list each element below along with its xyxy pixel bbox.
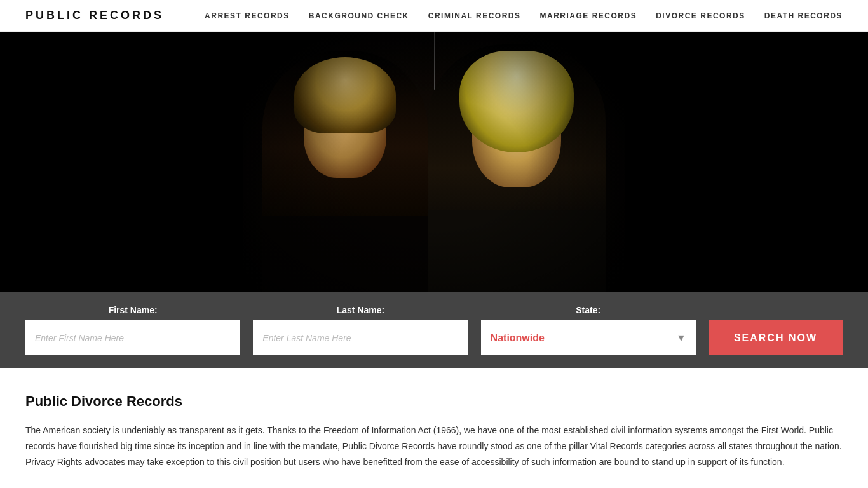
- last-name-field: Last Name:: [253, 305, 468, 355]
- state-field: State: NationwideAlabamaAlaskaArizonaArk…: [481, 305, 696, 355]
- site-header: PUBLIC RECORDS ARREST RECORDS BACKGROUND…: [0, 0, 868, 32]
- last-name-input[interactable]: [253, 320, 468, 355]
- section-title: Public Divorce Records: [25, 393, 843, 410]
- search-bar: First Name: Last Name: State: Nationwide…: [0, 292, 868, 368]
- content-section: Public Divorce Records The American soci…: [0, 368, 868, 488]
- first-name-input[interactable]: [25, 320, 240, 355]
- search-now-button[interactable]: SEARCH NOW: [709, 320, 843, 355]
- nav-background-check[interactable]: BACKGROUND CHECK: [309, 11, 409, 20]
- nav-arrest-records[interactable]: ARREST RECORDS: [205, 11, 290, 20]
- nav-marriage-records[interactable]: MARRIAGE RECORDS: [540, 11, 637, 20]
- state-select-wrapper: NationwideAlabamaAlaskaArizonaArkansasCa…: [481, 320, 696, 355]
- nav-criminal-records[interactable]: CRIMINAL RECORDS: [428, 11, 521, 20]
- first-name-field: First Name:: [25, 305, 240, 355]
- last-name-label: Last Name:: [253, 305, 468, 315]
- state-select[interactable]: NationwideAlabamaAlaskaArizonaArkansasCa…: [481, 320, 696, 355]
- state-label: State:: [481, 305, 696, 315]
- section-body: The American society is undeniably as tr…: [25, 423, 843, 471]
- hero-section: [0, 32, 868, 292]
- first-name-label: First Name:: [25, 305, 240, 315]
- nav-death-records[interactable]: DEATH RECORDS: [764, 11, 843, 20]
- nav-divorce-records[interactable]: DIVORCE RECORDS: [656, 11, 745, 20]
- main-nav: ARREST RECORDS BACKGROUND CHECK CRIMINAL…: [205, 11, 843, 20]
- logo[interactable]: PUBLIC RECORDS: [25, 9, 164, 22]
